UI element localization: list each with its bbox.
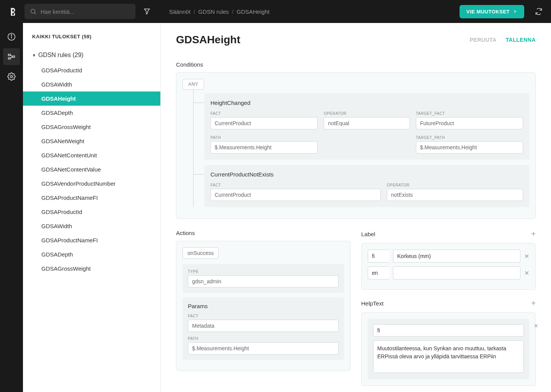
save-button[interactable]: TALLENNA — [506, 37, 536, 43]
sidebar-item[interactable]: GDSAWidth — [23, 219, 160, 233]
svg-point-10 — [10, 75, 13, 78]
conditions-title: Conditions — [176, 61, 536, 68]
add-helptext-icon[interactable]: + — [531, 299, 536, 308]
label-box: ✕ ✕ — [361, 243, 536, 290]
fact-input[interactable] — [210, 117, 318, 129]
fact-input[interactable] — [210, 189, 381, 201]
label-row: ✕ — [368, 266, 529, 279]
helptext-title: HelpText — [361, 300, 383, 307]
rail-rules[interactable] — [3, 48, 20, 65]
search-box[interactable] — [24, 4, 135, 19]
svg-line-1 — [34, 13, 36, 14]
main-content: GDSAHeight PERUUTA TALLENNA Conditions A… — [161, 23, 551, 392]
label-title: Label — [361, 231, 375, 237]
actions-title: Actions — [176, 230, 350, 236]
helptext-lang-input[interactable] — [373, 324, 524, 336]
publish-button[interactable]: VIE MUUTOKSET — [460, 5, 524, 18]
label-value-input[interactable] — [393, 250, 520, 263]
logo — [6, 5, 20, 18]
svg-rect-7 — [13, 56, 15, 57]
sidebar-item[interactable]: GDSAProductId — [23, 63, 160, 77]
publish-label: VIE MUUTOKSET — [466, 9, 510, 15]
crumb-current[interactable]: GDSAHeight — [236, 8, 269, 15]
caret-down-icon: ▼ — [32, 53, 36, 57]
operator-input[interactable] — [324, 117, 409, 129]
sidebar-item[interactable]: GDSAGrossWeight — [23, 120, 160, 134]
sidebar-item[interactable]: GDSAProductNameFI — [23, 233, 160, 247]
target-fact-input[interactable] — [416, 117, 523, 129]
label-lang-input[interactable] — [368, 266, 389, 279]
path-input[interactable] — [210, 141, 318, 154]
sidebar-item[interactable]: GDSAVendorProductNumber — [23, 176, 160, 191]
label-value-input[interactable] — [393, 266, 520, 279]
sidebar-item[interactable]: GDSADepth — [23, 247, 160, 261]
condition-card: CurrentProductNotExists FACT OPERATOR — [204, 165, 529, 207]
svg-rect-5 — [8, 54, 11, 56]
chevron-right-icon — [513, 9, 517, 14]
search-icon — [30, 8, 37, 15]
svg-rect-6 — [8, 58, 11, 59]
label-row: ✕ — [368, 250, 529, 263]
remove-label-icon[interactable]: ✕ — [524, 253, 529, 260]
sidebar-item[interactable]: GDSAWidth — [23, 77, 160, 91]
crumb-root[interactable]: Säännöt — [169, 8, 191, 15]
actions-box: onSuccess TYPE Params FACT PATH — [176, 241, 350, 371]
crumb-group[interactable]: GDSN rules — [198, 8, 229, 15]
breadcrumb: Säännöt / GDSN rules / GDSAHeight — [169, 8, 269, 15]
condition-name: CurrentProductNotExists — [210, 171, 523, 178]
conditions-box: ANY HeightChanged FACT OPERATOR — [176, 72, 536, 219]
filter-icon[interactable] — [140, 5, 154, 18]
params-fact-input[interactable] — [188, 320, 339, 332]
search-input[interactable] — [41, 8, 130, 15]
topbar: Säännöt / GDSN rules / GDSAHeight VIE MU… — [0, 0, 551, 23]
cancel-button[interactable]: PERUUTA — [469, 37, 496, 43]
remove-label-icon[interactable]: ✕ — [524, 270, 529, 277]
helptext-card: ✕ — [368, 319, 529, 379]
sidebar-item[interactable]: GDSAGrossWeight — [23, 261, 160, 276]
params-path-input[interactable] — [188, 342, 339, 354]
tree-group-label: GDSN rules (29) — [38, 52, 83, 59]
label-lang-input[interactable] — [368, 250, 389, 263]
sidebar-header: KAIKKI TULOKSET (59) — [23, 34, 160, 49]
page-title: GDSAHeight — [176, 34, 240, 46]
rail-settings[interactable] — [3, 68, 20, 85]
target-path-input[interactable] — [416, 141, 523, 154]
svg-point-0 — [31, 9, 35, 13]
remove-helptext-icon[interactable]: ✕ — [534, 323, 538, 329]
helptext-box: ✕ — [361, 312, 536, 386]
condition-name: HeightChanged — [210, 100, 523, 106]
tree-group-toggle[interactable]: ▼ GDSN rules (29) — [32, 49, 151, 62]
refresh-icon[interactable] — [533, 5, 545, 18]
params-title: Params — [188, 303, 339, 309]
rail-nav — [0, 23, 23, 392]
operator-input[interactable] — [387, 189, 523, 201]
rail-info[interactable] — [3, 28, 20, 45]
sidebar-item[interactable]: GDSANetContentUnit — [23, 148, 160, 162]
sidebar-item[interactable]: GDSANetContentValue — [23, 162, 160, 176]
sidebar-item[interactable]: GDSAHeight — [23, 91, 160, 106]
sidebar: KAIKKI TULOKSET (59) ▼ GDSN rules (29) G… — [23, 23, 161, 392]
action-type-input[interactable] — [188, 275, 339, 287]
sidebar-item[interactable]: GDSAProductId — [23, 205, 160, 219]
action-trigger[interactable]: onSuccess — [183, 247, 218, 259]
sidebar-item[interactable]: GDSADepth — [23, 106, 160, 120]
add-label-icon[interactable]: + — [531, 230, 536, 238]
sidebar-item[interactable]: GDSANetWeight — [23, 134, 160, 148]
sidebar-item[interactable]: GDSAProductNameFI — [23, 191, 160, 205]
svg-point-4 — [11, 35, 12, 36]
condition-mode[interactable]: ANY — [183, 79, 204, 90]
condition-card: HeightChanged FACT OPERATOR TARGET_FACT — [204, 93, 529, 160]
helptext-textarea[interactable] — [373, 340, 524, 373]
